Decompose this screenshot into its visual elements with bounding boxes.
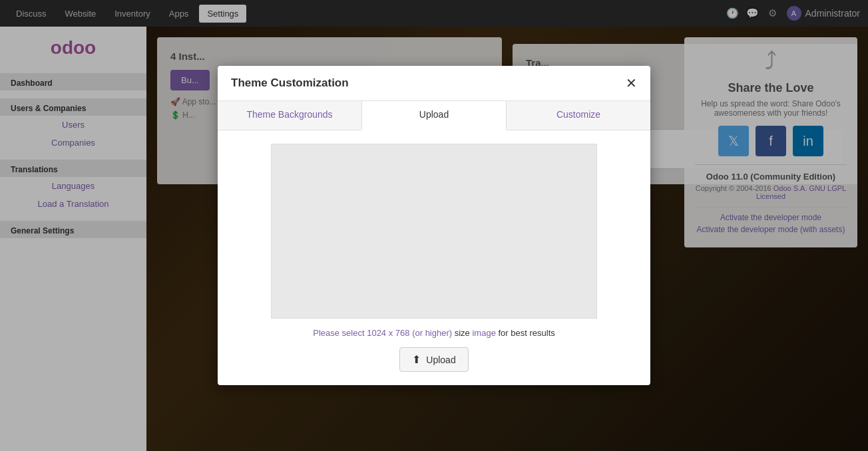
modal: Theme Customization ✕ Theme Backgrounds … — [218, 66, 650, 385]
hint-for: for best results — [498, 328, 554, 338]
modal-close-button[interactable]: ✕ — [626, 76, 637, 90]
hint-size: size — [455, 328, 473, 338]
tab-upload[interactable]: Upload — [361, 101, 507, 130]
tab-customize[interactable]: Customize — [507, 101, 650, 130]
tab-theme-backgrounds[interactable]: Theme Backgrounds — [218, 101, 361, 130]
hint-text: Please select 1024 x 768 (or higher) siz… — [313, 328, 555, 338]
upload-button[interactable]: ⬆ Upload — [399, 347, 468, 372]
modal-title: Theme Customization — [231, 76, 349, 90]
upload-button-label: Upload — [426, 355, 455, 365]
hint-or: (or higher) — [412, 328, 455, 338]
modal-overlay[interactable]: Theme Customization ✕ Theme Backgrounds … — [0, 0, 868, 451]
modal-body: Please select 1024 x 768 (or higher) siz… — [218, 130, 650, 385]
hint-please: Please select 1024 x 768 — [313, 328, 412, 338]
image-preview — [271, 144, 597, 319]
hint-image: image — [472, 328, 498, 338]
modal-header: Theme Customization ✕ — [218, 66, 650, 101]
upload-icon: ⬆ — [412, 353, 421, 366]
modal-tabs: Theme Backgrounds Upload Customize — [218, 101, 650, 130]
